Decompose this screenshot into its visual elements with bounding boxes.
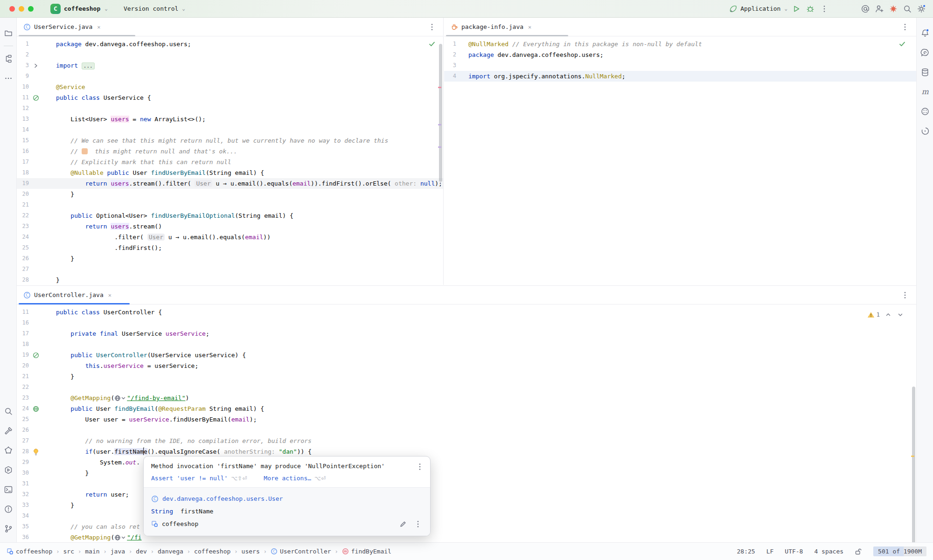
code-line[interactable]: 1package dev.danvega.coffeeshop.users; — [17, 39, 443, 49]
line-number[interactable]: 17 — [17, 157, 29, 167]
line-number[interactable]: 20 — [17, 189, 29, 200]
line-number[interactable]: 12 — [17, 103, 29, 114]
editor-menu-icon[interactable] — [427, 22, 437, 32]
code-line[interactable]: 10@Service — [17, 82, 443, 92]
tool-window-git-branch-icon[interactable] — [2, 522, 15, 535]
line-number[interactable]: 29 — [17, 457, 29, 468]
tool-window-search-icon[interactable] — [2, 405, 15, 418]
code-line[interactable]: 12 — [17, 103, 443, 114]
line-number[interactable]: 22 — [17, 210, 29, 221]
zoom-window-button[interactable] — [28, 6, 34, 12]
code-line[interactable]: 13 List<User> users = new ArrayList<>(); — [17, 114, 443, 124]
unlocked-icon[interactable] — [855, 548, 862, 555]
breadcrumb-item[interactable]: CUserController — [271, 548, 331, 555]
tool-window-more-horizontal-icon[interactable] — [2, 72, 15, 85]
stripe-marker[interactable] — [438, 146, 441, 148]
line-number[interactable]: 27 — [17, 264, 29, 275]
code-line[interactable]: 22 — [17, 382, 916, 393]
code-line[interactable]: 4import org.jspecify.annotations.NullMar… — [444, 71, 916, 82]
chevron-down-icon[interactable] — [897, 311, 904, 318]
close-icon[interactable]: ✕ — [97, 24, 100, 30]
tool-window-endpoints-icon[interactable] — [2, 444, 15, 457]
line-number[interactable]: 17 — [17, 328, 29, 339]
line-number[interactable]: 26 — [17, 253, 29, 264]
line-number[interactable]: 16 — [17, 146, 29, 157]
code-line[interactable]: 2package dev.danvega.coffeeshop.users; — [444, 49, 916, 60]
mention-icon[interactable] — [858, 2, 872, 16]
line-number[interactable]: 2 — [444, 49, 456, 60]
line-number[interactable]: 10 — [17, 82, 29, 92]
line-separator[interactable]: LF — [766, 548, 774, 555]
request-mapping-globe-icon[interactable] — [114, 534, 126, 541]
tool-window-problems-icon[interactable] — [2, 503, 15, 516]
breadcrumb-item[interactable]: dev — [136, 548, 146, 555]
line-number[interactable]: 21 — [17, 200, 29, 210]
line-number[interactable]: 32 — [17, 489, 29, 500]
search-icon[interactable] — [900, 2, 914, 16]
line-number[interactable]: 36 — [17, 532, 29, 542]
fold-chevron-icon[interactable] — [29, 60, 43, 71]
more-actions-link[interactable]: More actions… — [264, 475, 311, 482]
code-line[interactable]: 28} — [17, 275, 443, 285]
code-line[interactable]: 15 // We can see that this might return … — [17, 135, 443, 146]
scrollbar-thumb[interactable] — [912, 387, 915, 542]
code-line[interactable]: 19 return users.stream().filter( User u … — [17, 178, 443, 189]
debug-icon[interactable] — [803, 2, 817, 16]
code-line[interactable]: 25 .findFirst(); — [17, 242, 443, 253]
tool-window-dependencies-icon[interactable] — [919, 105, 932, 118]
line-number[interactable]: 28 — [17, 446, 29, 457]
popup-menu-icon[interactable] — [415, 462, 425, 471]
intention-bulb-icon[interactable] — [29, 446, 43, 457]
spring-bean-icon[interactable] — [29, 92, 43, 103]
code-line[interactable]: 2 — [17, 49, 443, 60]
run-configuration-widget[interactable]: Application ⌄ — [728, 4, 787, 14]
line-number[interactable]: 4 — [444, 71, 456, 82]
caret-position[interactable]: 28:25 — [737, 548, 755, 555]
line-number[interactable]: 23 — [17, 221, 29, 232]
tab-userservice[interactable]: C UserService.java ✕ — [23, 18, 100, 36]
tool-window-maven-icon[interactable]: m — [919, 85, 932, 98]
tool-window-notifications-icon[interactable] — [919, 27, 932, 40]
code-line[interactable]: 9 — [17, 71, 443, 82]
breadcrumb-item[interactable]: users — [242, 548, 260, 555]
line-number[interactable]: 3 — [444, 60, 456, 71]
line-number[interactable]: 15 — [17, 135, 29, 146]
line-number[interactable]: 27 — [17, 436, 29, 446]
play-icon[interactable] — [789, 2, 803, 16]
project-widget[interactable]: C coffeeshop ⌄ — [50, 4, 108, 14]
close-icon[interactable]: ✕ — [528, 24, 531, 30]
line-number[interactable]: 35 — [17, 521, 29, 532]
line-number[interactable]: 26 — [17, 425, 29, 436]
tool-window-structure-icon[interactable] — [2, 52, 15, 65]
line-number[interactable]: 3 — [17, 60, 29, 71]
indent-style[interactable]: 4 spaces — [814, 548, 843, 555]
line-number[interactable]: 1 — [17, 39, 29, 49]
code-line[interactable]: 3 — [444, 60, 916, 71]
code-line[interactable]: 28 if(user.firstName().equalsIgnoreCase(… — [17, 446, 916, 457]
close-window-button[interactable] — [9, 6, 15, 12]
code-line[interactable]: 14 — [17, 124, 443, 135]
more-vertical-icon[interactable] — [817, 2, 831, 16]
breadcrumb-item[interactable]: coffeeshop — [194, 548, 230, 555]
line-number[interactable]: 21 — [17, 371, 29, 382]
editor-menu-icon[interactable] — [900, 22, 910, 32]
line-number[interactable]: 22 — [17, 382, 29, 393]
line-number[interactable]: 25 — [17, 414, 29, 425]
code-line[interactable]: 17 private final UserService userService… — [17, 328, 916, 339]
code-line[interactable]: 1@NullMarked // Everything in this packa… — [444, 39, 916, 49]
line-number[interactable]: 34 — [17, 511, 29, 521]
line-number[interactable]: 24 — [17, 232, 29, 242]
breadcrumb-item[interactable]: main — [85, 548, 99, 555]
breadcrumb-item[interactable]: danvega — [158, 548, 183, 555]
code-line[interactable]: 23 @GetMapping("/find-by-email") — [17, 393, 916, 403]
code-line[interactable]: 21 — [17, 200, 443, 210]
line-number[interactable]: 30 — [17, 468, 29, 478]
line-number[interactable]: 13 — [17, 114, 29, 124]
memory-indicator[interactable]: 501 of 1900M — [873, 546, 926, 556]
file-encoding[interactable]: UTF-8 — [785, 548, 803, 555]
line-number[interactable]: 19 — [17, 350, 29, 360]
code-line[interactable]: 18 @Nullable public User findUserByEmail… — [17, 167, 443, 178]
code-line[interactable]: 23 return users.stream() — [17, 221, 443, 232]
scrollbar-thumb[interactable] — [439, 44, 442, 182]
tool-window-ai-assistant-icon[interactable] — [919, 46, 932, 59]
